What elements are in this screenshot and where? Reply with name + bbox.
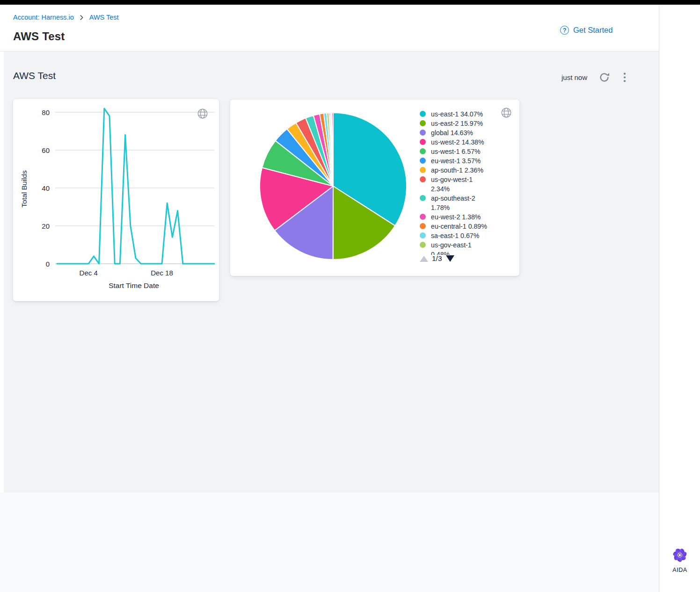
legend-label: us-east-1 34.07% <box>431 109 483 119</box>
legend-label: ap-south-1 2.36% <box>431 166 483 175</box>
total-builds-series-line[interactable] <box>57 108 214 264</box>
x-axis-title: Start Time Date <box>109 282 159 289</box>
legend-item-eu-west-2[interactable]: eu-west-2 1.38% <box>420 212 504 222</box>
legend-swatch <box>420 242 426 248</box>
legend-swatch <box>420 223 426 229</box>
kebab-menu-icon <box>621 72 628 83</box>
legend-swatch <box>420 120 426 126</box>
legend-swatch <box>420 167 426 173</box>
y-tick-label: 20 <box>42 222 50 230</box>
legend-label: sa-east-1 0.67% <box>431 231 479 240</box>
legend-item-us-gov-west-1[interactable]: us-gov-west-1 2.34% <box>420 175 504 194</box>
legend-swatch <box>420 158 426 164</box>
y-axis-title: Total Builds <box>20 170 28 208</box>
page-header: Account: Harness.io AWS Test AWS Test ? … <box>0 5 700 51</box>
breadcrumb-page-link[interactable]: AWS Test <box>89 14 119 21</box>
legend-item-us-east-1[interactable]: us-east-1 34.07% <box>420 109 504 119</box>
legend-item-sa-east-1[interactable]: sa-east-1 0.67% <box>420 231 504 240</box>
legend-swatch <box>420 139 426 145</box>
x-tick-label: Dec 4 <box>80 269 98 277</box>
breadcrumb-account-link[interactable]: Account: Harness.io <box>13 14 74 21</box>
legend-label: global 14.63% <box>431 128 473 137</box>
right-rail: AIDA <box>659 5 700 592</box>
legend-item-us-gov-east-1[interactable]: us-gov-east-1 0.48% <box>420 240 504 255</box>
top-edge-bar <box>0 0 700 5</box>
legend-label: ap-southeast-2 1.78% <box>431 194 475 212</box>
y-tick-label: 0 <box>46 260 50 268</box>
legend-label: us-gov-east-1 0.48% <box>431 240 472 255</box>
legend-page-indicator: 1/3 <box>432 254 442 263</box>
legend-item-us-west-2[interactable]: us-west-2 14.38% <box>420 137 504 147</box>
get-started-label: Get Started <box>573 26 612 35</box>
legend-item-ap-south-1[interactable]: ap-south-1 2.36% <box>420 166 504 175</box>
dashboard-title: AWS Test <box>13 70 56 81</box>
legend-label: eu-west-1 3.57% <box>431 156 481 166</box>
legend-pager: 1/3 <box>420 254 454 263</box>
legend-label: eu-west-2 1.38% <box>431 212 481 222</box>
legend-item-us-east-2[interactable]: us-east-2 15.97% <box>420 119 504 128</box>
legend-swatch <box>420 195 426 201</box>
screen: Account: Harness.io AWS Test AWS Test ? … <box>0 0 700 592</box>
total-builds-tile: 020406080Dec 4Dec 18Start Time DateTotal… <box>13 99 219 301</box>
last-refreshed-label: just now <box>561 73 587 81</box>
regions-pie-chart[interactable] <box>230 100 417 276</box>
pie-legend: us-east-1 34.07%us-east-2 15.97%global 1… <box>420 109 504 255</box>
chevron-right-icon <box>79 14 85 21</box>
y-tick-label: 40 <box>42 184 50 192</box>
x-tick-label: Dec 18 <box>151 269 173 277</box>
refresh-icon <box>598 72 610 83</box>
breadcrumb: Account: Harness.io AWS Test <box>13 14 119 21</box>
legend-item-eu-west-1[interactable]: eu-west-1 3.57% <box>420 156 504 166</box>
legend-swatch <box>420 214 426 220</box>
legend-item-global[interactable]: global 14.63% <box>420 128 504 137</box>
page-title: AWS Test <box>13 30 65 43</box>
aida-label: AIDA <box>672 567 687 573</box>
bottom-band <box>0 492 659 592</box>
legend-label: us-gov-west-1 2.34% <box>431 175 473 194</box>
aida-flower-icon <box>671 546 689 564</box>
aida-widget[interactable]: AIDA <box>659 546 700 573</box>
legend-swatch <box>420 176 426 182</box>
legend-swatch <box>420 148 426 154</box>
legend-label: eu-central-1 0.89% <box>431 222 487 231</box>
refresh-button[interactable] <box>598 72 610 83</box>
get-started-link[interactable]: ? Get Started <box>560 26 612 35</box>
y-tick-label: 60 <box>42 146 50 154</box>
dashboard-toolbar: just now <box>561 72 628 83</box>
legend-swatch <box>420 232 426 238</box>
legend-label: us-west-1 6.57% <box>431 147 481 156</box>
dashboard-menu-button[interactable] <box>621 72 628 83</box>
legend-item-ap-southeast-2[interactable]: ap-southeast-2 1.78% <box>420 194 504 212</box>
total-builds-line-chart[interactable]: 020406080Dec 4Dec 18Start Time DateTotal… <box>13 99 219 301</box>
legend-swatch <box>420 130 426 136</box>
legend-item-us-west-1[interactable]: us-west-1 6.57% <box>420 147 504 156</box>
legend-item-eu-central-1[interactable]: eu-central-1 0.89% <box>420 222 504 231</box>
legend-label: us-west-2 14.38% <box>431 137 484 147</box>
legend-label: us-east-2 15.97% <box>431 119 483 128</box>
globe-icon <box>197 108 209 122</box>
help-icon: ? <box>560 26 569 35</box>
y-tick-label: 80 <box>42 108 50 116</box>
legend-swatch <box>420 111 426 117</box>
regions-pie-tile: us-east-1 34.07%us-east-2 15.97%global 1… <box>230 100 519 276</box>
legend-page-up-icon[interactable] <box>420 256 428 262</box>
legend-page-down-icon[interactable] <box>446 255 454 262</box>
dashboard-body: AWS Test just now 02 <box>4 51 659 492</box>
